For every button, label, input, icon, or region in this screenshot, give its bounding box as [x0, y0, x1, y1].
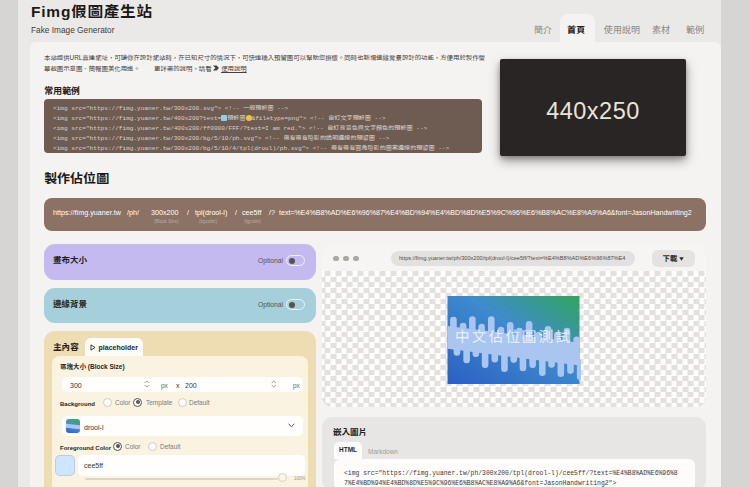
svg-text:中文佔位圖測試: 中文佔位圖測試	[455, 325, 572, 346]
